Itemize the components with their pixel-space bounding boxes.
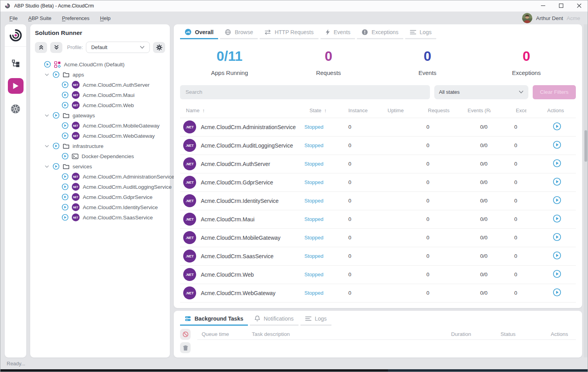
tree-item[interactable]: NET Acme.CloudCrm.AuthServer xyxy=(35,80,165,90)
run-icon[interactable] xyxy=(62,214,69,221)
start-service-button[interactable] xyxy=(553,140,561,149)
start-service-button[interactable] xyxy=(553,233,561,241)
run-icon[interactable] xyxy=(62,102,69,109)
run-icon[interactable] xyxy=(62,153,69,160)
tab[interactable]: Background Tasks xyxy=(180,313,248,326)
column-header[interactable]: Name↑ xyxy=(180,108,304,113)
run-icon[interactable] xyxy=(62,193,69,201)
expand-all-button[interactable] xyxy=(50,42,62,53)
chevron-down-icon[interactable] xyxy=(44,144,49,149)
run-icon[interactable] xyxy=(53,71,60,78)
tab[interactable]: HTTP Requests xyxy=(260,26,318,39)
tree-item[interactable]: NET Acme.CloudCrm.MobileGateway xyxy=(35,120,165,131)
chevron-down-icon[interactable] xyxy=(44,72,49,77)
run-icon[interactable] xyxy=(62,132,69,139)
run-icon[interactable] xyxy=(53,142,60,150)
tree-item-label: Acme.CloudCrm.Web xyxy=(83,102,134,108)
tree-item[interactable]: NET Acme.CloudCrm.AdministrationService xyxy=(35,171,165,182)
abp-logo[interactable] xyxy=(5,24,26,47)
clear-tasks-button[interactable] xyxy=(180,342,191,353)
tree-item[interactable]: infrastructure xyxy=(35,141,165,151)
tab[interactable]: Logs xyxy=(300,313,331,326)
tree-item[interactable]: gateways xyxy=(35,110,165,120)
start-service-button[interactable] xyxy=(553,177,561,186)
tab[interactable]: Logs xyxy=(405,26,436,39)
minimize-button[interactable] xyxy=(534,0,552,12)
tree-item[interactable]: NET Acme.CloudCrm.WebGateway xyxy=(35,131,165,141)
maximize-button[interactable] xyxy=(552,0,570,12)
menu-item[interactable]: ABP Suite xyxy=(28,15,51,21)
service-instance: 0 xyxy=(342,161,381,167)
vertical-scrollbar[interactable] xyxy=(584,24,588,357)
tree-item[interactable]: NET Acme.CloudCrm.GdprService xyxy=(35,192,165,202)
menu-item[interactable]: Help xyxy=(100,15,111,21)
runner-settings-button[interactable] xyxy=(153,42,165,53)
run-icon[interactable] xyxy=(62,91,69,98)
user-area[interactable]: Arthur Dent Acme xyxy=(522,13,580,23)
column-header[interactable]: Events (R/S)↑ xyxy=(461,108,509,113)
scrollbar-thumb[interactable] xyxy=(584,130,587,162)
tab[interactable]: Events xyxy=(320,26,355,39)
chevron-down-icon[interactable] xyxy=(44,113,49,118)
run-icon[interactable] xyxy=(44,61,51,68)
start-service-button[interactable] xyxy=(553,251,561,260)
start-service-button[interactable] xyxy=(553,270,561,278)
run-icon[interactable] xyxy=(53,163,60,170)
tree-item[interactable]: NET Acme.CloudCrm.Web xyxy=(35,100,165,110)
service-instance: 0 xyxy=(342,124,381,130)
clear-filters-button[interactable]: Clear Filters xyxy=(533,85,576,99)
solution-runner-panel: Solution Runner Profile: Default Acme.Cl… xyxy=(30,24,170,357)
start-service-button[interactable] xyxy=(553,159,561,168)
folder-icon xyxy=(63,164,69,170)
solution-explorer-icon[interactable] xyxy=(8,55,24,71)
search-input[interactable] xyxy=(180,85,430,99)
state-filter-select[interactable]: All states xyxy=(434,85,528,99)
tree-item[interactable]: NET Acme.CloudCrm.IdentityService xyxy=(35,202,165,212)
chevron-down-icon[interactable] xyxy=(44,164,49,169)
menu-item[interactable]: Preferences xyxy=(62,15,89,21)
run-icon[interactable] xyxy=(62,183,69,190)
start-service-button[interactable] xyxy=(553,196,561,204)
column-header[interactable]: Uptime↑ xyxy=(381,108,422,113)
lines-icon xyxy=(410,30,416,35)
column-header[interactable]: Instance↑ xyxy=(342,108,381,113)
tab[interactable]: Notifications xyxy=(250,313,298,326)
tab-label: Exceptions xyxy=(371,29,398,35)
dotnet-badge-icon: NET xyxy=(72,132,80,140)
collapse-all-button[interactable] xyxy=(35,42,47,53)
run-icon[interactable] xyxy=(62,173,69,180)
kubernetes-icon[interactable] xyxy=(8,101,24,117)
column-header[interactable]: State↑ xyxy=(304,108,342,113)
tree-item[interactable]: NET Acme.CloudCrm.Maui xyxy=(35,90,165,100)
tab[interactable]: Exceptions xyxy=(357,26,403,39)
swap-arrows-icon xyxy=(264,29,271,35)
tab[interactable]: Browse xyxy=(220,26,258,39)
run-icon[interactable] xyxy=(62,81,69,88)
run-icon[interactable] xyxy=(62,122,69,129)
start-service-button[interactable] xyxy=(553,288,561,297)
tab[interactable]: Overall xyxy=(180,26,218,39)
stat-label: Exceptions xyxy=(512,69,541,76)
tree-item[interactable]: apps xyxy=(35,69,165,80)
menu-item[interactable]: File xyxy=(9,15,18,21)
start-service-button[interactable] xyxy=(553,122,561,131)
column-header[interactable]: Exceptions↑ xyxy=(509,108,547,113)
column-header[interactable]: Actions↑ xyxy=(547,108,576,113)
service-exceptions: 0 xyxy=(509,272,547,277)
run-icon[interactable] xyxy=(62,204,69,211)
tree-item[interactable]: Docker-Dependencies xyxy=(35,151,165,161)
run-icon[interactable] xyxy=(53,112,60,119)
tree-item[interactable]: Acme.CloudCrm (Default) xyxy=(35,59,165,69)
column-header[interactable]: Requests↑ xyxy=(422,108,461,113)
start-service-button[interactable] xyxy=(553,214,561,223)
cancel-tasks-button[interactable] xyxy=(180,329,191,340)
tree-item[interactable]: NET Acme.CloudCrm.AuditLoggingService xyxy=(35,182,165,192)
tree-item[interactable]: services xyxy=(35,161,165,171)
tree-item[interactable]: NET Acme.CloudCrm.SaasService xyxy=(35,212,165,222)
profile-select[interactable]: Default xyxy=(86,42,150,53)
stat-label: Requests xyxy=(316,69,341,76)
taskbar-edge xyxy=(0,369,588,372)
service-exceptions: 0 xyxy=(509,124,547,130)
close-button[interactable] xyxy=(570,0,588,12)
solution-runner-icon[interactable] xyxy=(8,78,24,94)
